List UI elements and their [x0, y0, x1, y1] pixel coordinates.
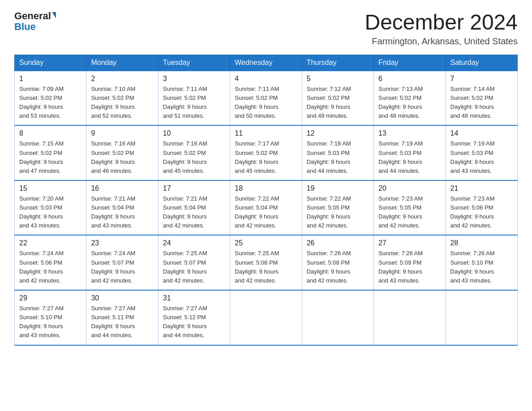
day-info: Sunrise: 7:24 AM Sunset: 5:07 PM Dayligh… [91, 249, 153, 285]
calendar-cell: 8 Sunrise: 7:15 AM Sunset: 5:02 PM Dayli… [15, 125, 86, 180]
day-info: Sunrise: 7:27 AM Sunset: 5:10 PM Dayligh… [19, 304, 82, 340]
day-number: 16 [91, 184, 153, 193]
calendar-cell: 24 Sunrise: 7:25 AM Sunset: 5:07 PM Dayl… [158, 235, 230, 290]
day-info: Sunrise: 7:20 AM Sunset: 5:03 PM Dayligh… [19, 194, 82, 231]
day-number: 31 [163, 294, 225, 302]
calendar-cell: 26 Sunrise: 7:26 AM Sunset: 5:08 PM Dayl… [302, 235, 373, 290]
page-header: General Blue December 2024 Farmington, A… [14, 11, 518, 47]
calendar-cell: 12 Sunrise: 7:18 AM Sunset: 5:03 PM Dayl… [302, 125, 373, 180]
day-number: 14 [450, 129, 513, 137]
day-info: Sunrise: 7:21 AM Sunset: 5:04 PM Dayligh… [91, 194, 153, 231]
day-info: Sunrise: 7:13 AM Sunset: 5:02 PM Dayligh… [378, 85, 441, 121]
day-number: 15 [19, 184, 82, 193]
day-info: Sunrise: 7:17 AM Sunset: 5:02 PM Dayligh… [235, 139, 297, 176]
calendar-cell: 17 Sunrise: 7:21 AM Sunset: 5:04 PM Dayl… [158, 180, 230, 235]
calendar-cell: 14 Sunrise: 7:19 AM Sunset: 5:03 PM Dayl… [446, 125, 517, 180]
calendar-header-saturday: Saturday [446, 55, 517, 71]
calendar-cell: 2 Sunrise: 7:10 AM Sunset: 5:02 PM Dayli… [86, 71, 158, 126]
calendar-cell: 27 Sunrise: 7:26 AM Sunset: 5:09 PM Dayl… [374, 235, 446, 290]
day-number: 7 [450, 75, 513, 83]
day-number: 1 [19, 75, 82, 83]
calendar-week-row: 29 Sunrise: 7:27 AM Sunset: 5:10 PM Dayl… [15, 290, 518, 345]
calendar-cell: 3 Sunrise: 7:11 AM Sunset: 5:02 PM Dayli… [158, 71, 230, 126]
calendar-cell: 30 Sunrise: 7:27 AM Sunset: 5:11 PM Dayl… [86, 290, 158, 345]
day-info: Sunrise: 7:26 AM Sunset: 5:08 PM Dayligh… [307, 249, 369, 285]
day-info: Sunrise: 7:23 AM Sunset: 5:06 PM Dayligh… [450, 194, 513, 231]
logo-blue-text: Blue [14, 21, 36, 32]
calendar-cell: 20 Sunrise: 7:23 AM Sunset: 5:05 PM Dayl… [374, 180, 446, 235]
day-number: 21 [450, 184, 513, 193]
day-info: Sunrise: 7:10 AM Sunset: 5:02 PM Dayligh… [91, 85, 153, 121]
calendar-cell: 9 Sunrise: 7:16 AM Sunset: 5:02 PM Dayli… [86, 125, 158, 180]
day-info: Sunrise: 7:21 AM Sunset: 5:04 PM Dayligh… [163, 194, 225, 231]
calendar-cell: 11 Sunrise: 7:17 AM Sunset: 5:02 PM Dayl… [230, 125, 302, 180]
day-number: 26 [307, 239, 369, 247]
day-info: Sunrise: 7:11 AM Sunset: 5:02 PM Dayligh… [235, 85, 297, 121]
day-info: Sunrise: 7:26 AM Sunset: 5:09 PM Dayligh… [378, 249, 441, 285]
day-info: Sunrise: 7:12 AM Sunset: 5:02 PM Dayligh… [307, 85, 369, 121]
calendar-cell [446, 290, 517, 345]
day-number: 23 [91, 239, 153, 247]
day-number: 12 [307, 129, 369, 137]
day-number: 6 [378, 75, 441, 83]
day-number: 24 [163, 239, 225, 247]
calendar-cell: 23 Sunrise: 7:24 AM Sunset: 5:07 PM Dayl… [86, 235, 158, 290]
calendar-header-monday: Monday [86, 55, 158, 71]
day-number: 13 [378, 129, 441, 137]
calendar-cell: 5 Sunrise: 7:12 AM Sunset: 5:02 PM Dayli… [302, 71, 373, 126]
day-info: Sunrise: 7:22 AM Sunset: 5:04 PM Dayligh… [235, 194, 297, 231]
day-info: Sunrise: 7:16 AM Sunset: 5:02 PM Dayligh… [163, 139, 225, 176]
day-number: 18 [235, 184, 297, 193]
calendar-cell [230, 290, 302, 345]
logo-triangle-icon [52, 12, 56, 18]
day-info: Sunrise: 7:15 AM Sunset: 5:02 PM Dayligh… [19, 139, 82, 176]
calendar-cell: 22 Sunrise: 7:24 AM Sunset: 5:06 PM Dayl… [15, 235, 86, 290]
calendar-week-row: 15 Sunrise: 7:20 AM Sunset: 5:03 PM Dayl… [15, 180, 518, 235]
calendar-week-row: 1 Sunrise: 7:09 AM Sunset: 5:02 PM Dayli… [15, 71, 518, 126]
logo-general-text: General [14, 11, 51, 21]
calendar-cell: 13 Sunrise: 7:19 AM Sunset: 5:03 PM Dayl… [374, 125, 446, 180]
calendar-week-row: 8 Sunrise: 7:15 AM Sunset: 5:02 PM Dayli… [15, 125, 518, 180]
calendar-cell: 18 Sunrise: 7:22 AM Sunset: 5:04 PM Dayl… [230, 180, 302, 235]
logo: General Blue [14, 11, 56, 32]
day-info: Sunrise: 7:27 AM Sunset: 5:11 PM Dayligh… [91, 304, 153, 340]
day-number: 22 [19, 239, 82, 247]
day-number: 4 [235, 75, 297, 83]
day-number: 28 [450, 239, 513, 247]
location-title: Farmington, Arkansas, United States [365, 36, 518, 47]
day-number: 11 [235, 129, 297, 137]
day-info: Sunrise: 7:23 AM Sunset: 5:05 PM Dayligh… [378, 194, 441, 231]
calendar-header-friday: Friday [374, 55, 446, 71]
day-number: 9 [91, 129, 153, 137]
calendar-cell: 1 Sunrise: 7:09 AM Sunset: 5:02 PM Dayli… [15, 71, 86, 126]
calendar-cell: 29 Sunrise: 7:27 AM Sunset: 5:10 PM Dayl… [15, 290, 86, 345]
day-info: Sunrise: 7:19 AM Sunset: 5:03 PM Dayligh… [450, 139, 513, 176]
day-number: 27 [378, 239, 441, 247]
day-info: Sunrise: 7:22 AM Sunset: 5:05 PM Dayligh… [307, 194, 369, 231]
day-info: Sunrise: 7:26 AM Sunset: 5:10 PM Dayligh… [450, 249, 513, 285]
day-info: Sunrise: 7:24 AM Sunset: 5:06 PM Dayligh… [19, 249, 82, 285]
day-number: 8 [19, 129, 82, 137]
day-number: 25 [235, 239, 297, 247]
day-number: 5 [307, 75, 369, 83]
calendar-cell: 15 Sunrise: 7:20 AM Sunset: 5:03 PM Dayl… [15, 180, 86, 235]
day-number: 2 [91, 75, 153, 83]
calendar-header-row: SundayMondayTuesdayWednesdayThursdayFrid… [15, 55, 518, 71]
day-info: Sunrise: 7:16 AM Sunset: 5:02 PM Dayligh… [91, 139, 153, 176]
calendar-cell: 4 Sunrise: 7:11 AM Sunset: 5:02 PM Dayli… [230, 71, 302, 126]
calendar-cell: 16 Sunrise: 7:21 AM Sunset: 5:04 PM Dayl… [86, 180, 158, 235]
day-info: Sunrise: 7:11 AM Sunset: 5:02 PM Dayligh… [163, 85, 225, 121]
month-title: December 2024 [365, 11, 518, 34]
calendar-header-tuesday: Tuesday [158, 55, 230, 71]
calendar-cell: 25 Sunrise: 7:25 AM Sunset: 5:08 PM Dayl… [230, 235, 302, 290]
calendar-header-thursday: Thursday [302, 55, 373, 71]
calendar-cell: 10 Sunrise: 7:16 AM Sunset: 5:02 PM Dayl… [158, 125, 230, 180]
calendar-cell: 21 Sunrise: 7:23 AM Sunset: 5:06 PM Dayl… [446, 180, 517, 235]
day-number: 17 [163, 184, 225, 193]
calendar-header-wednesday: Wednesday [230, 55, 302, 71]
calendar-cell: 7 Sunrise: 7:14 AM Sunset: 5:02 PM Dayli… [446, 71, 517, 126]
day-number: 30 [91, 294, 153, 302]
day-info: Sunrise: 7:09 AM Sunset: 5:02 PM Dayligh… [19, 85, 82, 121]
day-number: 10 [163, 129, 225, 137]
calendar-cell [374, 290, 446, 345]
